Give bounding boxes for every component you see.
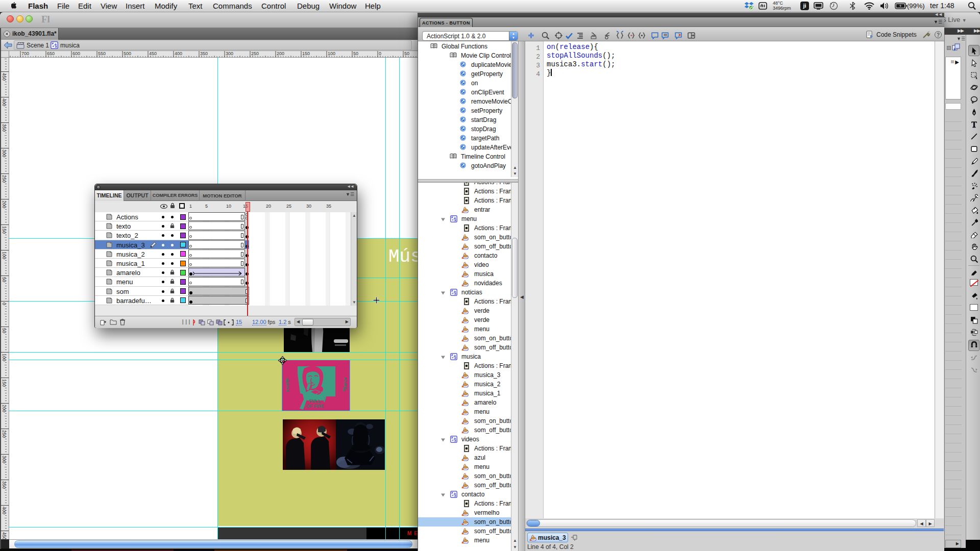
svg-text:THE: THE	[342, 387, 346, 392]
svg-text:OF FIRE: OF FIRE	[306, 404, 324, 409]
svg-text:THE: THE	[285, 377, 288, 383]
svg-text:FULL: FULL	[309, 398, 321, 404]
